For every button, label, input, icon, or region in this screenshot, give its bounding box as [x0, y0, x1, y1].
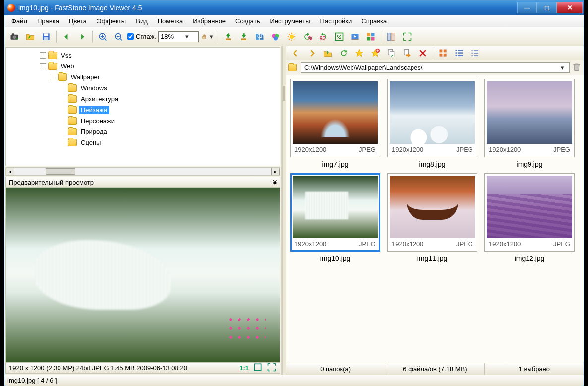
- close-button[interactable]: ✕: [557, 2, 583, 13]
- hand-tool-button[interactable]: ▾: [201, 30, 215, 44]
- thumbnail-grid[interactable]: 1920x1200JPEGimg7.jpg1920x1200JPEGimg8.j…: [286, 75, 584, 363]
- save-button[interactable]: [39, 30, 53, 44]
- menu-пометка[interactable]: Пометка: [153, 16, 188, 26]
- chevron-down-icon[interactable]: ▾: [558, 64, 566, 71]
- tree-item[interactable]: Архитектура: [10, 93, 280, 104]
- menu-избранное[interactable]: Избранное: [188, 16, 231, 26]
- menu-вид[interactable]: Вид: [131, 16, 153, 26]
- path-bar: C:\Windows\Web\Wallpaper\Landscapes\ ▾: [288, 61, 582, 74]
- menu-создать[interactable]: Создать: [231, 16, 265, 26]
- layout-button[interactable]: [384, 30, 398, 44]
- svg-rect-35: [444, 49, 447, 52]
- copy-to-button[interactable]: [384, 46, 398, 60]
- maximize-button[interactable]: ◻: [537, 2, 557, 13]
- move-to-button[interactable]: [400, 46, 414, 60]
- delete-button[interactable]: [416, 46, 430, 60]
- expand-icon[interactable]: -: [50, 74, 56, 80]
- tree-label: Wallpaper: [69, 73, 102, 81]
- preview-image[interactable]: [5, 188, 280, 363]
- thumbnail-item[interactable]: 1920x1200JPEGimg8.jpg: [386, 79, 478, 168]
- forward-button[interactable]: [75, 30, 89, 44]
- fullscreen-button[interactable]: [400, 30, 414, 44]
- back-button[interactable]: [59, 30, 73, 44]
- path-input[interactable]: C:\Windows\Web\Wallpaper\Landscapes\ ▾: [301, 62, 570, 73]
- up-folder-button[interactable]: [321, 46, 335, 60]
- tree-item[interactable]: Пейзажи: [10, 104, 280, 115]
- acquire-button[interactable]: [7, 30, 21, 44]
- app-icon: [7, 4, 15, 12]
- slideshow-button[interactable]: [348, 30, 362, 44]
- tree-item[interactable]: Природа: [10, 126, 280, 137]
- tree-item[interactable]: -Wallpaper: [10, 71, 280, 82]
- menu-инструменты[interactable]: Инструменты: [265, 16, 315, 26]
- smooth-checkbox[interactable]: Сглаж.: [127, 33, 156, 40]
- expand-icon[interactable]: -: [40, 63, 46, 69]
- scroll-thumb[interactable]: [46, 168, 75, 175]
- thumb-filename: img12.jpg: [515, 255, 545, 262]
- view-thumbnails-button[interactable]: [436, 46, 450, 60]
- zoom-in-button[interactable]: [96, 30, 110, 44]
- rotate-left-button[interactable]: 90: [300, 30, 314, 44]
- zoom-out-button[interactable]: [112, 30, 125, 44]
- zoom-combo[interactable]: 18%▾: [158, 31, 199, 42]
- effects-button[interactable]: [269, 30, 283, 44]
- menu-правка[interactable]: Правка: [32, 16, 64, 26]
- add-favorite-button[interactable]: [368, 46, 382, 60]
- vertical-splitter[interactable]: [282, 46, 286, 375]
- thumb-dimensions: 1920x1200: [294, 146, 326, 153]
- tree-item[interactable]: Windows: [10, 82, 280, 93]
- tree-item[interactable]: +Vss: [10, 50, 280, 61]
- multi-view-button[interactable]: [364, 30, 378, 44]
- minimize-button[interactable]: —: [517, 2, 537, 13]
- svg-rect-9: [241, 38, 246, 40]
- compare-button[interactable]: CB: [253, 30, 267, 44]
- collapse-icon[interactable]: ¥: [273, 179, 277, 186]
- menu-цвета[interactable]: Цвета: [64, 16, 92, 26]
- open-folder-button[interactable]: [23, 30, 37, 44]
- nav-back-button[interactable]: [289, 46, 303, 60]
- menu-справка[interactable]: Справка: [356, 16, 392, 26]
- brightness-button[interactable]: [285, 30, 298, 44]
- thumbnail-item[interactable]: 1920x1200JPEGimg12.jpg: [483, 173, 576, 262]
- folder-icon: [48, 63, 57, 70]
- menu-настройки[interactable]: Настройки: [315, 16, 357, 26]
- view-list-button[interactable]: [468, 46, 482, 60]
- scroll-left-icon[interactable]: ◂: [6, 168, 14, 175]
- thumbnail-item[interactable]: 1920x1200JPEGimg9.jpg: [483, 79, 576, 168]
- svg-rect-26: [371, 37, 375, 40]
- thumbnail-item[interactable]: 1920x1200JPEGimg10.jpg: [289, 173, 381, 262]
- folder-tree[interactable]: +Vss-Web-WallpaperWindowsАрхитектураПейз…: [5, 47, 280, 166]
- tree-item[interactable]: -Web: [10, 61, 280, 71]
- thumbnail-item[interactable]: 1920x1200JPEGimg11.jpg: [386, 173, 478, 262]
- menu-файл[interactable]: Файл: [6, 16, 32, 26]
- titlebar[interactable]: img10.jpg - FastStone Image Viewer 4.5 —…: [4, 0, 584, 15]
- rotate-right-button[interactable]: 90: [316, 30, 330, 44]
- fit-window-icon[interactable]: [253, 362, 263, 374]
- favorites-button[interactable]: [353, 46, 366, 60]
- tree-label: Windows: [79, 84, 109, 92]
- actual-size-button[interactable]: 1:1: [239, 364, 249, 372]
- thumbnail-image: [390, 176, 475, 238]
- view-details-button[interactable]: [452, 46, 466, 60]
- thumbnail-item[interactable]: 1920x1200JPEGimg7.jpg: [289, 79, 381, 168]
- scroll-right-icon[interactable]: ▸: [271, 168, 280, 175]
- refresh-button[interactable]: [337, 46, 351, 60]
- tree-label: Природа: [79, 128, 109, 136]
- path-text: C:\Windows\Web\Wallpaper\Landscapes\: [304, 64, 558, 71]
- svg-rect-24: [371, 33, 375, 36]
- fullscreen-preview-icon[interactable]: [267, 362, 277, 374]
- folder-icon: [68, 117, 77, 125]
- trash-icon[interactable]: [572, 62, 582, 73]
- chevron-down-icon: ▾: [209, 33, 214, 40]
- resize-button[interactable]: [332, 30, 346, 44]
- expand-icon[interactable]: +: [40, 52, 46, 59]
- menu-эффекты[interactable]: Эффекты: [92, 16, 131, 26]
- right-pane: C:\Windows\Web\Wallpaper\Landscapes\ ▾ 1…: [286, 46, 584, 375]
- tree-item[interactable]: Персонажи: [10, 115, 280, 126]
- tree-send-button[interactable]: [221, 30, 235, 44]
- tree-hscrollbar[interactable]: ◂ ▸: [5, 167, 280, 176]
- nav-forward-button[interactable]: [305, 46, 319, 60]
- tree-label: Web: [59, 62, 76, 70]
- tree-item[interactable]: Сцены: [10, 137, 280, 148]
- tree-receive-button[interactable]: [237, 30, 251, 44]
